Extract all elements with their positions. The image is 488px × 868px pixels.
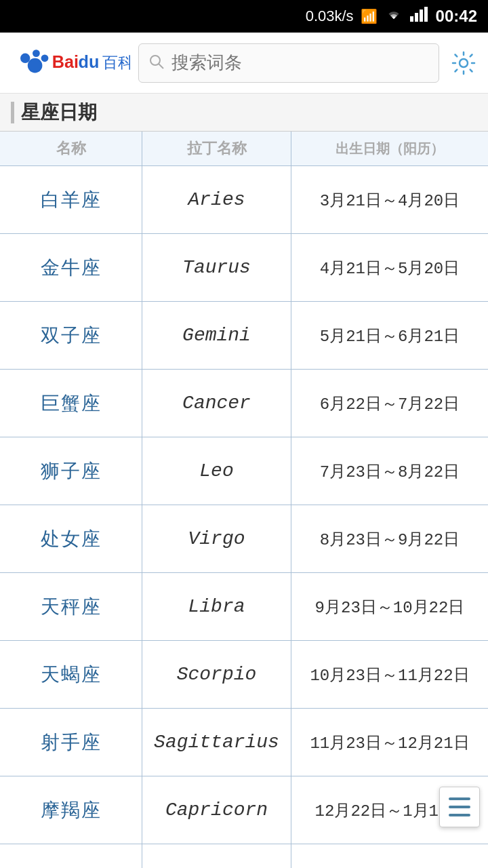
- table-row[interactable]: 天秤座 Libra 9月23日～10月22日: [0, 573, 488, 641]
- section-header-bar: [11, 102, 14, 123]
- svg-point-4: [20, 53, 30, 62]
- zodiac-date: 8月23日～9月22日: [291, 505, 488, 572]
- zodiac-en: Taurus: [142, 234, 291, 301]
- time-display: 00:42: [436, 7, 477, 26]
- network-speed: 0.03k/s: [306, 7, 354, 25]
- zodiac-table: 白羊座 Aries 3月21日～4月20日 金牛座 Taurus 4月21日～5…: [0, 166, 488, 868]
- wifi-icon: [384, 7, 403, 26]
- svg-text:Bai: Bai: [52, 52, 79, 71]
- zodiac-en: Cancer: [142, 370, 291, 437]
- svg-point-7: [28, 58, 43, 73]
- zodiac-date: 7月23日～8月22日: [291, 437, 488, 505]
- svg-point-5: [33, 50, 40, 57]
- column-header-row: 名称 拉丁名称 出生日期（阳历）: [0, 132, 488, 166]
- section-header: 星座日期: [0, 94, 488, 132]
- table-row[interactable]: 处女座 Virgo 8月23日～9月22日: [0, 505, 488, 573]
- table-row[interactable]: 白羊座 Aries 3月21日～4月20日: [0, 166, 488, 234]
- zodiac-cn: 天秤座: [0, 573, 142, 640]
- svg-rect-14: [449, 797, 470, 800]
- zodiac-cn: 金牛座: [0, 234, 142, 301]
- zodiac-date: 3月21日～4月20日: [291, 166, 488, 233]
- svg-rect-0: [410, 16, 413, 22]
- svg-rect-2: [420, 9, 423, 22]
- zodiac-en: Gemini: [142, 302, 291, 369]
- float-menu-button[interactable]: [439, 787, 480, 827]
- svg-rect-16: [449, 814, 470, 816]
- table-row[interactable]: 水瓶座 Aquarius 1月20日～2月18日: [0, 844, 488, 868]
- zodiac-en: Scorpio: [142, 641, 291, 708]
- zodiac-date: 6月22日～7月22日: [291, 370, 488, 437]
- status-bar: 0.03k/s 📶 00:42: [0, 0, 488, 33]
- zodiac-cn: 狮子座: [0, 437, 142, 505]
- zodiac-cn: 双子座: [0, 302, 142, 369]
- svg-point-11: [150, 56, 160, 65]
- search-input[interactable]: [171, 52, 429, 73]
- table-row[interactable]: 双子座 Gemini 5月21日～6月21日: [0, 302, 488, 370]
- bars-icon: [410, 7, 429, 26]
- table-row[interactable]: 射手座 Sagittarius 11月23日～12月21日: [0, 709, 488, 776]
- zodiac-en: Libra: [142, 573, 291, 640]
- table-row[interactable]: 狮子座 Leo 7月23日～8月22日: [0, 437, 488, 505]
- svg-text:du: du: [79, 52, 100, 71]
- zodiac-en: Aries: [142, 166, 291, 233]
- zodiac-date: 4月21日～5月20日: [291, 234, 488, 301]
- zodiac-en: Capricorn: [142, 776, 291, 844]
- col-header-name: 名称: [0, 132, 142, 165]
- zodiac-date: 1月20日～2月18日: [291, 844, 488, 868]
- zodiac-date: 5月21日～6月21日: [291, 302, 488, 369]
- zodiac-en: Sagittarius: [142, 709, 291, 776]
- top-bar: Bai du 百科: [0, 33, 488, 94]
- zodiac-cn: 巨蟹座: [0, 370, 142, 437]
- svg-point-6: [41, 54, 49, 62]
- zodiac-date: 11月23日～12月21日: [291, 709, 488, 776]
- search-bar[interactable]: [138, 43, 439, 83]
- svg-rect-1: [415, 13, 418, 22]
- table-row[interactable]: 天蝎座 Scorpio 10月23日～11月22日: [0, 641, 488, 709]
- svg-point-13: [460, 59, 468, 67]
- col-header-date: 出生日期（阳历）: [291, 132, 488, 165]
- svg-line-12: [159, 64, 163, 68]
- zodiac-en: Leo: [142, 437, 291, 505]
- svg-text:百科: 百科: [102, 54, 130, 71]
- zodiac-cn: 摩羯座: [0, 776, 142, 844]
- col-header-latin: 拉丁名称: [142, 132, 291, 165]
- zodiac-cn: 射手座: [0, 709, 142, 776]
- search-icon: [148, 54, 165, 73]
- table-row[interactable]: 摩羯座 Capricorn 12月22日～1月19日: [0, 776, 488, 844]
- svg-rect-3: [424, 7, 428, 22]
- gear-button[interactable]: [447, 47, 480, 79]
- zodiac-cn: 处女座: [0, 505, 142, 572]
- zodiac-cn: 天蝎座: [0, 641, 142, 708]
- zodiac-date: 10月23日～11月22日: [291, 641, 488, 708]
- signal-icon: 📶: [361, 8, 378, 24]
- zodiac-en: Virgo: [142, 505, 291, 572]
- zodiac-en: Aquarius: [142, 844, 291, 868]
- baidu-logo[interactable]: Bai du 百科: [8, 43, 130, 83]
- table-row[interactable]: 金牛座 Taurus 4月21日～5月20日: [0, 234, 488, 302]
- svg-rect-15: [449, 806, 470, 808]
- zodiac-cn: 水瓶座: [0, 844, 142, 868]
- table-row[interactable]: 巨蟹座 Cancer 6月22日～7月22日: [0, 370, 488, 437]
- section-title: 星座日期: [21, 100, 97, 125]
- zodiac-cn: 白羊座: [0, 166, 142, 233]
- zodiac-date: 9月23日～10月22日: [291, 573, 488, 640]
